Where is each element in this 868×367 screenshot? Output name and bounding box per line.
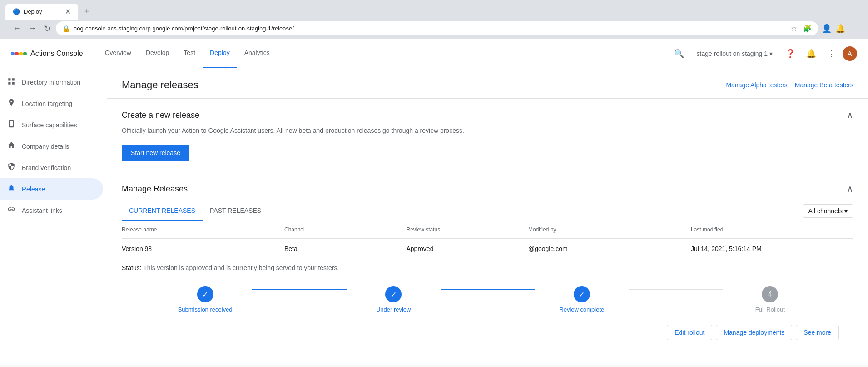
status-label: Status:: [122, 264, 142, 271]
main-layout: Directory information Location targeting…: [0, 68, 868, 365]
cell-modified-by: @google.com: [528, 245, 691, 252]
app-title: Actions Console: [30, 50, 83, 58]
sidebar-label-brand: Brand verification: [22, 164, 71, 171]
nav-analytics[interactable]: Analytics: [237, 39, 277, 68]
start-new-release-button[interactable]: Start new release: [122, 145, 189, 161]
cell-review-status: Approved: [407, 245, 529, 252]
create-release-title: Create a new release: [122, 111, 199, 120]
manage-releases-title: Manage Releases: [122, 184, 188, 194]
bookmark-icon[interactable]: ☆: [791, 24, 797, 33]
tabs: CURRENT RELEASES PAST RELEASES: [122, 201, 268, 221]
nav-develop[interactable]: Develop: [139, 39, 176, 68]
col-header-channel: Channel: [284, 226, 407, 233]
project-selector[interactable]: stage rollout on staging 1 ▾: [691, 47, 778, 60]
tab-past-releases[interactable]: PAST RELEASES: [203, 201, 268, 221]
tab-current-releases[interactable]: CURRENT RELEASES: [122, 201, 203, 221]
reload-button[interactable]: ↻: [42, 22, 52, 35]
step-label-rollout[interactable]: Full Rollout: [755, 306, 785, 313]
new-tab-button[interactable]: +: [80, 5, 94, 18]
step-circle-complete: ✓: [574, 286, 590, 302]
release-row-1[interactable]: Version 98 Beta Approved @google.com Jul…: [122, 239, 853, 259]
releases-table: Release name Channel Review status Modif…: [122, 221, 853, 317]
col-header-review-status: Review status: [407, 226, 529, 233]
tabs-row: CURRENT RELEASES PAST RELEASES All chann…: [122, 201, 853, 221]
directory-icon: [7, 77, 16, 87]
step-circle-submission: ✓: [197, 286, 213, 302]
browser-tab[interactable]: 🔵 Deploy ✕: [5, 4, 78, 20]
location-icon: [7, 98, 16, 109]
notifications-icon[interactable]: 🔔: [835, 24, 845, 34]
stepper-inner: ✓ Submission received ✓ Under review: [158, 286, 817, 313]
col-header-modified-by: Modified by: [528, 226, 691, 233]
browser-menu-icon[interactable]: ⋮: [849, 24, 857, 34]
manage-releases-section: Manage Releases ∧ CURRENT RELEASES PAST …: [107, 172, 868, 358]
sidebar-label-release: Release: [22, 186, 45, 193]
sidebar: Directory information Location targeting…: [0, 68, 107, 365]
sidebar-item-surface[interactable]: Surface capabilities: [0, 114, 103, 136]
sidebar-item-company[interactable]: Company details: [0, 136, 103, 157]
sidebar-label-location: Location targeting: [22, 100, 72, 107]
links-icon: [7, 205, 16, 216]
surface-icon: [7, 120, 16, 130]
table-header: Release name Channel Review status Modif…: [122, 221, 853, 239]
project-name: stage rollout on staging 1: [697, 50, 768, 57]
create-release-header: Create a new release ∧: [107, 99, 868, 121]
create-release-collapse-button[interactable]: ∧: [847, 110, 853, 121]
manage-releases-header: Manage Releases ∧: [122, 183, 853, 194]
progress-stepper: ✓ Submission received ✓ Under review: [122, 275, 853, 317]
nav-test[interactable]: Test: [176, 39, 203, 68]
favicon: 🔵: [13, 8, 20, 15]
col-header-last-modified: Last modified: [691, 226, 853, 233]
release-status-text: Status: This version is approved and is …: [122, 264, 853, 271]
manage-deployments-button[interactable]: Manage deployments: [716, 325, 792, 340]
manage-releases-collapse-button[interactable]: ∧: [847, 183, 853, 194]
back-button[interactable]: ←: [11, 22, 23, 35]
forward-button[interactable]: →: [26, 22, 38, 35]
create-release-description: Officially launch your Action to Google …: [122, 126, 853, 136]
release-icon: [7, 184, 16, 194]
step-full-rollout: 4 Full Rollout: [723, 286, 817, 313]
sidebar-label-surface: Surface capabilities: [22, 121, 77, 129]
status-description: This version is approved and is currentl…: [143, 264, 339, 271]
help-button[interactable]: ❓: [782, 45, 799, 62]
nav-deploy[interactable]: Deploy: [203, 39, 237, 68]
edit-rollout-button[interactable]: Edit rollout: [667, 325, 712, 340]
step-label-complete[interactable]: Review complete: [559, 306, 604, 313]
bottom-actions: Edit rollout Manage deployments See more: [122, 317, 853, 347]
google-logo: [11, 52, 27, 55]
search-button[interactable]: 🔍: [670, 45, 688, 62]
sidebar-label-links: Assistant links: [22, 207, 62, 214]
secure-icon: 🔒: [62, 25, 70, 32]
channel-filter[interactable]: All channels ▾: [803, 204, 854, 218]
manage-beta-testers-link[interactable]: Manage Beta testers: [795, 81, 853, 89]
nav-overview[interactable]: Overview: [98, 39, 139, 68]
manage-alpha-testers-link[interactable]: Manage Alpha testers: [726, 81, 787, 89]
address-bar[interactable]: aog-console.acs-staging.corp.google.com/…: [74, 25, 785, 32]
sidebar-label-company: Company details: [22, 143, 69, 150]
step-submission: ✓ Submission received: [158, 286, 252, 313]
step-under-review: ✓ Under review: [347, 286, 441, 313]
extension-icon[interactable]: 🧩: [803, 24, 812, 33]
sidebar-item-directory[interactable]: Directory information: [0, 72, 103, 93]
close-tab-button[interactable]: ✕: [65, 7, 71, 16]
profile-icon[interactable]: 👤: [822, 24, 832, 34]
connector-2-3: [441, 289, 535, 290]
notifications-button[interactable]: 🔔: [803, 45, 820, 62]
more-menu-button[interactable]: ⋮: [823, 45, 839, 62]
svg-rect-0: [8, 78, 10, 80]
col-header-name: Release name: [122, 226, 284, 233]
step-label-submission[interactable]: Submission received: [178, 306, 233, 313]
cell-last-modified: Jul 14, 2021, 5:16:14 PM: [691, 245, 853, 252]
avatar[interactable]: A: [843, 46, 857, 61]
page-header: Manage releases Manage Alpha testers Man…: [107, 68, 868, 99]
channel-filter-label: All channels: [808, 207, 843, 215]
top-nav-links: Overview Develop Test Deploy Analytics: [98, 39, 670, 68]
sidebar-item-release[interactable]: Release: [0, 178, 103, 200]
sidebar-item-location[interactable]: Location targeting: [0, 93, 103, 114]
step-label-review[interactable]: Under review: [376, 306, 411, 313]
sidebar-item-brand[interactable]: Brand verification: [0, 157, 103, 178]
sidebar-item-links[interactable]: Assistant links: [0, 200, 103, 221]
header-actions: Manage Alpha testers Manage Beta testers: [726, 81, 853, 89]
create-release-section: Create a new release ∧ Officially launch…: [107, 99, 868, 172]
see-more-button[interactable]: See more: [796, 325, 839, 340]
